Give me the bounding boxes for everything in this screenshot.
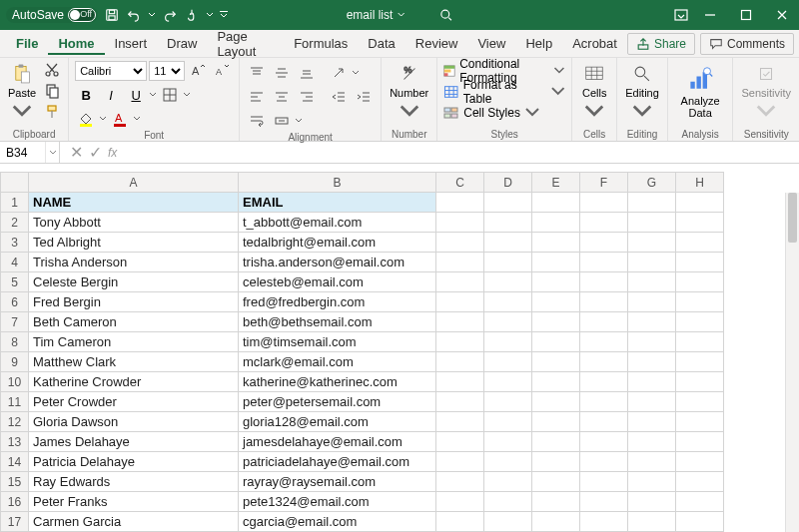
increase-indent-icon[interactable] [353,87,375,107]
font-color-icon[interactable]: A [109,109,131,129]
align-right-icon[interactable] [296,87,318,107]
row-header[interactable]: 10 [1,372,29,392]
col-header-C[interactable]: C [436,173,484,193]
row-header[interactable]: 1 [1,193,29,213]
name-box[interactable]: B34 [0,142,60,163]
orientation-icon[interactable] [328,63,350,83]
table-row[interactable]: 16Peter Frankspete1324@email.com [1,492,724,512]
table-row[interactable]: 5Celeste Bergincelesteb@email.com [1,272,724,292]
cell[interactable] [580,492,628,512]
tab-insert[interactable]: Insert [105,32,158,55]
qat-customize-icon[interactable] [220,11,228,19]
autosave-toggle[interactable]: AutoSave Off [6,7,98,23]
cell[interactable] [436,292,484,312]
cell[interactable] [580,312,628,332]
bold-icon[interactable]: B [75,85,97,105]
cell[interactable]: pete1324@email.com [239,492,436,512]
tab-draw[interactable]: Draw [157,32,207,55]
cell[interactable] [436,253,484,272]
cell[interactable]: Ray Edwards [29,472,239,492]
underline-dropdown-icon[interactable] [150,85,156,105]
cell[interactable]: EMAIL [239,193,436,213]
cell[interactable] [580,432,628,452]
cell[interactable]: celesteb@email.com [239,272,436,292]
align-left-icon[interactable] [246,87,268,107]
tab-view[interactable]: View [467,32,515,55]
redo-icon[interactable] [162,7,178,23]
table-row[interactable]: 2Tony Abbottt_abbott@email.com [1,213,724,233]
cell[interactable] [484,332,532,352]
fill-color-icon[interactable] [75,109,97,129]
cell[interactable] [436,233,484,253]
column-headers[interactable]: A B C D E F G H [1,173,724,193]
tab-acrobat[interactable]: Acrobat [562,32,627,55]
cell[interactable] [676,492,724,512]
cell[interactable] [676,412,724,432]
cell[interactable] [532,452,580,472]
cell[interactable] [580,332,628,352]
cell[interactable] [436,332,484,352]
cell[interactable] [532,372,580,392]
save-icon[interactable] [104,7,120,23]
orientation-dropdown-icon[interactable] [353,63,359,83]
cell[interactable]: mclark@email.com [239,352,436,372]
cell[interactable] [580,392,628,412]
row-header[interactable]: 8 [1,332,29,352]
table-row[interactable]: 3Ted Albrighttedalbright@email.com [1,233,724,253]
row-header[interactable]: 15 [1,472,29,492]
cell[interactable] [628,193,676,213]
cell[interactable] [436,352,484,372]
cell[interactable] [484,193,532,213]
cell[interactable] [532,312,580,332]
cell[interactable]: Trisha Anderson [29,253,239,272]
table-row[interactable]: 12Gloria Dawsongloria128@email.com [1,412,724,432]
table-row[interactable]: 1NAMEEMAIL [1,193,724,213]
cell[interactable] [628,352,676,372]
cell[interactable] [436,193,484,213]
cell[interactable] [580,193,628,213]
row-header[interactable]: 3 [1,233,29,253]
undo-icon[interactable] [126,7,142,23]
underline-icon[interactable]: U [125,85,147,105]
cell[interactable] [532,432,580,452]
maximize-button[interactable] [729,0,763,30]
number-format-button[interactable]: % Number [388,61,430,125]
cell[interactable] [532,492,580,512]
name-box-dropdown-icon[interactable] [45,142,59,163]
cell[interactable] [676,472,724,492]
cell[interactable] [628,272,676,292]
font-color-dropdown-icon[interactable] [134,109,140,129]
font-name-select[interactable]: Calibri [75,61,147,81]
col-header-D[interactable]: D [484,173,532,193]
cell[interactable]: Gloria Dawson [29,412,239,432]
cell[interactable] [676,512,724,532]
cell[interactable]: trisha.anderson@email.com [239,253,436,272]
cell[interactable]: Fred Bergin [29,292,239,312]
cell[interactable] [676,392,724,412]
cell[interactable] [484,312,532,332]
cell[interactable]: Matthew Clark [29,352,239,372]
worksheet-area[interactable]: A B C D E F G H 1NAMEEMAIL2Tony Abbottt_… [0,172,799,532]
cell[interactable]: Ted Albright [29,233,239,253]
table-row[interactable]: 13James Delahayejamesdelahaye@email.com [1,432,724,452]
cell[interactable] [436,213,484,233]
fill-color-dropdown-icon[interactable] [100,109,106,129]
cell[interactable] [532,512,580,532]
cell[interactable]: Carmen Garcia [29,512,239,532]
row-header[interactable]: 9 [1,352,29,372]
scrollbar-thumb[interactable] [788,193,797,243]
row-header[interactable]: 5 [1,272,29,292]
cell[interactable] [532,332,580,352]
col-header-E[interactable]: E [532,173,580,193]
table-row[interactable]: 15Ray Edwardsrayray@raysemail.com [1,472,724,492]
cell[interactable] [532,412,580,432]
table-row[interactable]: 10Katherine Crowderkatherine@katherinec.… [1,372,724,392]
search-button[interactable] [438,8,452,22]
table-row[interactable]: 7Beth Cameronbeth@bethsemail.com [1,312,724,332]
cell[interactable] [484,213,532,233]
cell[interactable] [484,253,532,272]
cell[interactable] [436,272,484,292]
cell[interactable]: Peter Franks [29,492,239,512]
cell[interactable] [628,512,676,532]
increase-font-icon[interactable]: A [187,61,209,81]
